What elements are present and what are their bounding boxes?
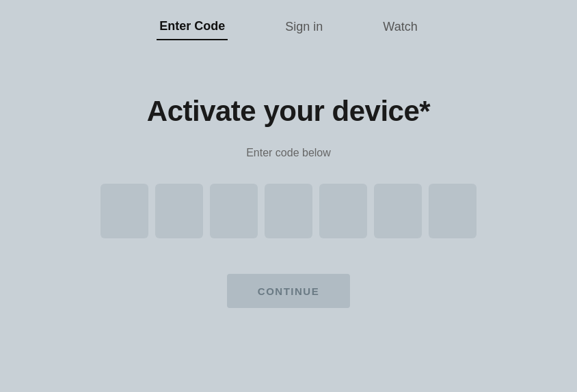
subtitle-text: Enter code below xyxy=(246,147,331,159)
code-input-7[interactable] xyxy=(429,184,477,238)
code-input-1[interactable] xyxy=(100,184,148,238)
code-input-3[interactable] xyxy=(210,184,258,238)
page-title: Activate your device* xyxy=(147,95,430,128)
continue-button[interactable]: CONTINUE xyxy=(227,274,350,308)
nav-item-sign-in[interactable]: Sign in xyxy=(282,14,325,40)
code-input-group xyxy=(100,184,477,238)
nav-bar: Enter Code Sign in Watch xyxy=(0,0,577,40)
code-input-5[interactable] xyxy=(319,184,367,238)
nav-item-enter-code[interactable]: Enter Code xyxy=(157,14,228,40)
code-input-2[interactable] xyxy=(155,184,203,238)
nav-item-watch[interactable]: Watch xyxy=(380,14,420,40)
code-input-6[interactable] xyxy=(374,184,422,238)
code-input-4[interactable] xyxy=(265,184,312,238)
main-content: Activate your device* Enter code below C… xyxy=(0,95,577,308)
